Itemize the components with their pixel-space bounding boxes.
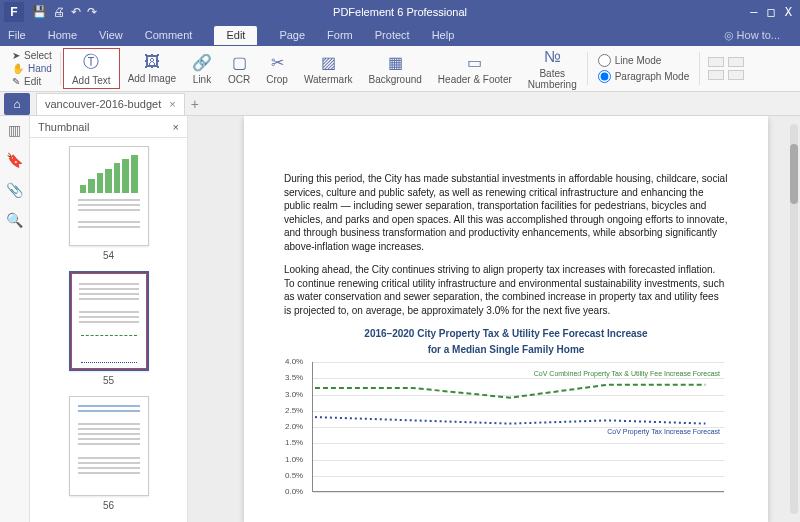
menu-view[interactable]: View [99, 29, 123, 41]
y-tick-label: 1.0% [285, 454, 303, 465]
quick-access-toolbar: 💾 🖨 ↶ ↷ [32, 5, 97, 19]
side-toolbar: ▥ 🔖 📎 🔍 [0, 116, 30, 522]
undo-icon[interactable]: ↶ [71, 5, 81, 19]
app-logo: F [4, 2, 24, 22]
body-paragraph: During this period, the City has made su… [284, 172, 728, 253]
edit-icon: ✎ [12, 76, 20, 87]
document-tab-strip: ⌂ vancouver-2016-budget × + [0, 92, 800, 116]
menu-page[interactable]: Page [279, 29, 305, 41]
bates-button[interactable]: №Bates Numbering [520, 48, 585, 89]
y-tick-label: 0.5% [285, 470, 303, 481]
window-title: PDFelement 6 Professional [333, 6, 467, 18]
header-footer-button[interactable]: ▭Header & Footer [430, 48, 520, 89]
crop-icon: ✂ [271, 53, 284, 72]
menu-help[interactable]: Help [432, 29, 455, 41]
vertical-scrollbar[interactable] [790, 124, 798, 514]
background-button[interactable]: ▦Background [360, 48, 429, 89]
document-tab-label: vancouver-2016-budget [45, 98, 161, 110]
link-button[interactable]: 🔗Link [184, 48, 220, 89]
hand-mode[interactable]: ✋Hand [12, 63, 52, 74]
add-tab-button[interactable]: + [191, 96, 199, 112]
image-icon: 🖼 [144, 53, 160, 71]
thumbnail-item[interactable]: 56 [30, 396, 187, 511]
chart-subtitle: for a Median Single Family Home [284, 343, 728, 357]
paragraph-mode-radio[interactable]: Paragraph Mode [598, 70, 690, 83]
line-mode-radio[interactable]: Line Mode [598, 54, 690, 67]
y-tick-label: 4.0% [285, 357, 303, 368]
header-footer-icon: ▭ [467, 53, 482, 72]
page-number: 56 [103, 500, 114, 511]
title-bar: F 💾 🖨 ↶ ↷ PDFelement 6 Professional — □ … [0, 0, 800, 24]
body-paragraph: Looking ahead, the City continues strivi… [284, 263, 728, 317]
add-text-button[interactable]: ⓉAdd Text [63, 48, 120, 89]
print-icon[interactable]: 🖨 [53, 5, 65, 19]
y-tick-label: 3.0% [285, 389, 303, 400]
how-to-link[interactable]: ◎ How to... [724, 29, 780, 42]
minimize-button[interactable]: — [750, 5, 757, 19]
bates-icon: № [544, 48, 561, 66]
document-tab[interactable]: vancouver-2016-budget × [36, 93, 185, 115]
y-tick-label: 2.5% [285, 405, 303, 416]
ribbon: ➤Select ✋Hand ✎Edit ⓉAdd Text 🖼Add Image… [0, 46, 800, 92]
align-cell[interactable] [708, 57, 724, 67]
align-group [702, 48, 750, 89]
legend-entry: CoV Combined Property Tax & Utility Fee … [534, 370, 720, 378]
close-panel-icon[interactable]: × [173, 121, 179, 133]
save-icon[interactable]: 💾 [32, 5, 47, 19]
add-image-button[interactable]: 🖼Add Image [120, 48, 184, 89]
thumbnail-item[interactable]: 54 [30, 146, 187, 261]
ocr-icon: ▢ [232, 53, 247, 72]
watermark-button[interactable]: ▨Watermark [296, 48, 361, 89]
chart: 2016–2020 City Property Tax & Utility Fe… [284, 327, 728, 492]
selection-mode-group: ➤Select ✋Hand ✎Edit [6, 48, 58, 89]
page-number: 55 [103, 375, 114, 386]
home-tab-button[interactable]: ⌂ [4, 93, 30, 115]
background-icon: ▦ [388, 53, 403, 72]
crop-button[interactable]: ✂Crop [258, 48, 296, 89]
align-cell[interactable] [728, 57, 744, 67]
thumbnails-icon[interactable]: ▥ [8, 122, 21, 138]
menu-bar: File Home View Comment Edit Page Form Pr… [0, 24, 800, 46]
y-tick-label: 0.0% [285, 487, 303, 498]
chart-title: 2016–2020 City Property Tax & Utility Fe… [284, 327, 728, 341]
work-area: ▥ 🔖 📎 🔍 Thumbnail × 54 [0, 116, 800, 522]
document-page: During this period, the City has made su… [244, 116, 768, 522]
menu-home[interactable]: Home [48, 29, 77, 41]
y-tick-label: 3.5% [285, 373, 303, 384]
edit-mode-group: Line Mode Paragraph Mode [590, 48, 698, 89]
thumbnail-item[interactable]: 55 [30, 271, 187, 386]
attachments-icon[interactable]: 📎 [6, 182, 23, 198]
thumbnail-list[interactable]: 54 55 56 [30, 138, 187, 522]
text-icon: Ⓣ [83, 52, 99, 73]
edit-mode[interactable]: ✎Edit [12, 76, 52, 87]
document-view[interactable]: During this period, the City has made su… [188, 116, 800, 522]
legend-entry: CoV Property Tax Increase Forecast [607, 428, 720, 436]
y-tick-label: 2.0% [285, 422, 303, 433]
thumbnail-panel: Thumbnail × 54 55 [30, 116, 188, 522]
page-number: 54 [103, 250, 114, 261]
close-button[interactable]: X [785, 5, 792, 19]
maximize-button[interactable]: □ [768, 5, 775, 19]
menu-edit[interactable]: Edit [214, 26, 257, 45]
bookmarks-icon[interactable]: 🔖 [6, 152, 23, 168]
thumbnail-title: Thumbnail [38, 121, 89, 133]
ocr-button[interactable]: ▢OCR [220, 48, 258, 89]
menu-form[interactable]: Form [327, 29, 353, 41]
menu-file[interactable]: File [8, 29, 26, 41]
chart-plot: 0.0%0.5%1.0%1.5%2.0%2.5%3.0%3.5%4.0%CoV … [312, 362, 724, 492]
select-mode[interactable]: ➤Select [12, 50, 52, 61]
align-cell[interactable] [708, 70, 724, 80]
search-icon[interactable]: 🔍 [6, 212, 23, 228]
redo-icon[interactable]: ↷ [87, 5, 97, 19]
hand-icon: ✋ [12, 63, 24, 74]
link-icon: 🔗 [192, 53, 212, 72]
home-icon: ⌂ [13, 97, 20, 111]
cursor-icon: ➤ [12, 50, 20, 61]
watermark-icon: ▨ [321, 53, 336, 72]
menu-comment[interactable]: Comment [145, 29, 193, 41]
menu-protect[interactable]: Protect [375, 29, 410, 41]
y-tick-label: 1.5% [285, 438, 303, 449]
close-tab-icon[interactable]: × [169, 98, 175, 110]
align-cell[interactable] [728, 70, 744, 80]
